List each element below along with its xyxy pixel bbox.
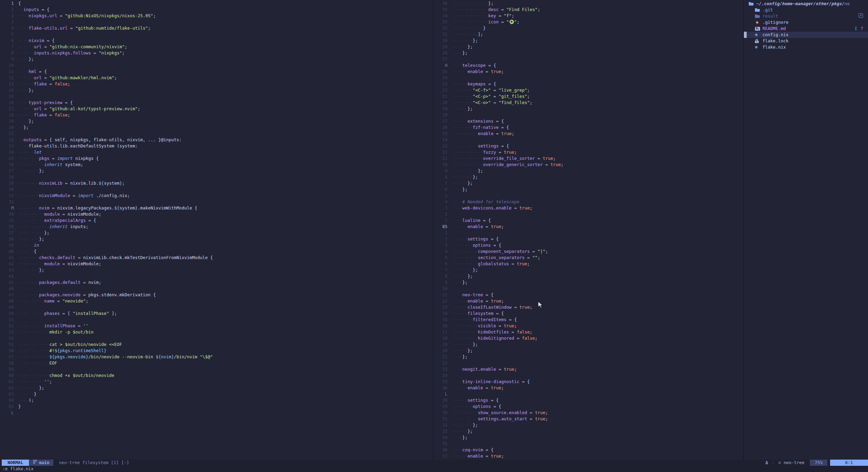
code-line[interactable]: 61··········''; (0, 379, 433, 385)
code-line[interactable]: 8······inputs.nixpkgs.follows = "nixpkgs… (0, 50, 433, 56)
code-line[interactable]: 38········}; (0, 236, 433, 242)
code-line[interactable]: 16····typst-preview = { (0, 100, 433, 106)
code-line[interactable]: 16··········visible = true; (434, 323, 743, 329)
code-line[interactable]: 11····neo-tree = { (434, 292, 743, 298)
tree-item-flake.nix[interactable]: ✻flake.nix (744, 44, 868, 50)
code-line[interactable]: 22··outputs = { self, nixpkgs, flake-uti… (0, 137, 433, 143)
code-line[interactable]: 15··········enable = true; (434, 131, 743, 137)
code-line[interactable]: L (0, 410, 433, 416)
code-line[interactable]: 7······url = "github:nix-community/nixvi… (0, 44, 433, 50)
code-line[interactable]: 31··········]; (434, 31, 743, 38)
command-line[interactable]: :e flake.nix (0, 466, 868, 472)
code-line[interactable]: 10 (434, 286, 743, 292)
code-line[interactable]: 14 (434, 137, 743, 143)
code-line[interactable]: 9····}; (434, 279, 743, 286)
code-line[interactable]: 48··········name = "neovide"; (0, 298, 433, 304)
code-line[interactable]: H····telescope = { (434, 62, 743, 69)
code-line[interactable]: 29········options = { (434, 403, 743, 410)
code-line[interactable]: 24 (434, 75, 743, 81)
code-line[interactable]: 13······closeIfLastWindow = true; (434, 304, 743, 310)
code-line[interactable]: 52··········installPhase = '' (0, 323, 433, 329)
code-line[interactable]: 20········"<C-o>" = "find_files"; (434, 100, 743, 106)
code-line[interactable]: 1{ (0, 0, 433, 7)
code-line[interactable]: 8······}; (434, 273, 743, 279)
tree-item-README.md[interactable]: M↓README.mdI? (744, 25, 868, 32)
code-line[interactable]: 6····nixvim = { (0, 38, 433, 44)
code-line[interactable]: 30··········show_source.enabled = true; (434, 410, 743, 416)
code-line[interactable]: 64····); (0, 397, 433, 403)
code-line[interactable]: 43········}; (0, 267, 433, 273)
tree-item-flake.lock[interactable]: flake.lock (744, 38, 868, 44)
tree-item-result[interactable]: result (744, 13, 868, 19)
code-line[interactable]: 85······enable = true; (434, 224, 743, 230)
code-line[interactable]: 20······}; (434, 348, 743, 354)
code-line[interactable]: 36····coq-nvim = { (434, 447, 743, 453)
code-line[interactable]: 49 (0, 304, 433, 310)
code-line[interactable]: 4··········component_separators = "|"; (434, 248, 743, 255)
code-line[interactable]: 21 (0, 131, 433, 137)
code-line[interactable]: 31··········settings.auto_start = true; (434, 416, 743, 422)
code-line[interactable]: 24 (434, 372, 743, 379)
code-line[interactable]: 51 (0, 317, 433, 323)
code-line[interactable]: 3 (0, 19, 433, 25)
code-line[interactable]: 33······}; (434, 428, 743, 434)
code-line[interactable]: 63······} (0, 391, 433, 397)
code-line[interactable]: L (434, 391, 743, 397)
code-line[interactable]: 6····}; (434, 186, 743, 193)
code-line[interactable]: 8········}; (434, 174, 743, 180)
code-line[interactable]: 25······enable = true; (434, 69, 743, 75)
code-line[interactable]: 21········"<C-p>" = "git_files"; (434, 93, 743, 100)
code-line[interactable]: 35··········extraSpecialArgs = { (0, 217, 433, 224)
code-line[interactable]: 11············override_file_sorter = tru… (434, 155, 743, 162)
tree-item-config.nix[interactable]: ✻config.nix (744, 32, 868, 38)
code-line[interactable]: 17······extensions = { (434, 118, 743, 124)
code-line[interactable]: 27 (434, 56, 743, 62)
code-line[interactable]: 55············cat > $out/bin/neovide <<E… (0, 341, 433, 348)
code-line[interactable]: 1····lualine = { (434, 217, 743, 224)
code-line[interactable]: 25········pkgs = import nixpkgs { (0, 155, 433, 162)
code-line[interactable]: 29········nixvimLib = nixvim.lib.${syste… (0, 180, 433, 186)
code-line[interactable]: 45········packages.default = nvim; (0, 279, 433, 286)
code-line[interactable]: 18······flake = false; (0, 112, 433, 118)
flake-nix-buffer[interactable]: 1{1··inputs = {2····nixpkgs.url = "githu… (0, 0, 433, 460)
code-line[interactable]: 4····# Needed for telescope (434, 199, 743, 205)
code-line[interactable]: 40······{ (0, 248, 433, 255)
tree-item-.git[interactable]: .git (744, 7, 868, 13)
code-line[interactable]: 18··········hideGitignored = false; (434, 335, 743, 341)
code-line[interactable]: 37······enable = true; (434, 453, 743, 459)
code-line[interactable]: M········nvim = nixvim.legacyPackages.${… (0, 205, 433, 211)
code-line[interactable]: 36··············}; (434, 0, 743, 7)
code-line[interactable]: 21····}; (434, 354, 743, 360)
code-line[interactable]: 22 (434, 360, 743, 366)
code-line[interactable]: 2······settings = { (434, 236, 743, 242)
code-line[interactable]: 10············override_generic_sorter = … (434, 162, 743, 168)
code-line[interactable]: 2····nixpkgs.url = "github:NixOS/nixpkgs… (0, 13, 433, 19)
code-line[interactable]: 39······in (0, 242, 433, 248)
code-line[interactable]: 7······}; (434, 180, 743, 186)
code-line[interactable]: 47········packages.neovide = pkgs.stdenv… (0, 292, 433, 298)
tree-item-.gitignore[interactable]: .gitignore (744, 19, 868, 25)
code-line[interactable]: 36············inherit inputs; (0, 224, 433, 230)
code-line[interactable]: 59 (0, 366, 433, 372)
code-line[interactable]: 16········fzf-native = { (434, 124, 743, 131)
code-line[interactable]: 13······flake = false; (0, 81, 433, 87)
code-line[interactable]: 12······url = "github:mawkler/hml.nvim"; (0, 75, 433, 81)
code-line[interactable]: 28 (0, 174, 433, 180)
code-line[interactable]: 26······enable = true; (434, 385, 743, 391)
code-line[interactable]: 19········}; (434, 341, 743, 348)
code-line[interactable]: 23····flake-utils.lib.eachDefaultSystem … (0, 143, 433, 149)
code-line[interactable]: 34··············key = "f"; (434, 13, 743, 19)
code-line[interactable]: 23····neogit.enable = true; (434, 366, 743, 372)
code-line[interactable]: 20··}; (0, 124, 433, 131)
code-line[interactable]: 28····}; (434, 50, 743, 56)
code-line[interactable]: 28······settings = { (434, 397, 743, 403)
code-line[interactable]: 32 (0, 199, 433, 205)
config-nix-buffer[interactable]: 36··············};35··············desc =… (434, 0, 743, 460)
code-line[interactable]: 60············chmod +x $out/bin/neovide (0, 372, 433, 379)
code-line[interactable]: 53············mkdir -p $out/bin (0, 329, 433, 335)
code-line[interactable]: 33··············icon = ""; (434, 19, 743, 25)
code-line[interactable]: 24······let (0, 149, 433, 155)
code-line[interactable]: 10 (0, 62, 433, 69)
code-line[interactable]: 54 (0, 335, 433, 341)
code-line[interactable]: 25····tiny-inline-diagnostic = { (434, 379, 743, 385)
